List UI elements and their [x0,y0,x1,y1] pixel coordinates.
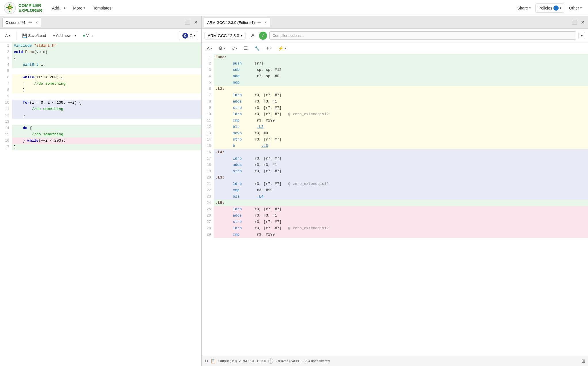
asm-line-content: cmp r3, #199 [214,232,588,238]
other-menu-button[interactable]: Other ▾ [566,4,585,12]
language-selector[interactable]: C C ▾ [179,31,198,40]
asm-line-number: 14 [202,136,214,143]
asm-line-content: .L2: [214,86,588,92]
asm-instruction: cmp [233,232,248,238]
asm-link[interactable]: .L2 [257,125,263,129]
asm-line: 28ldrb r3, [r7, #7] @ zero_extendqisi2 [202,225,588,232]
asm-line-number: 15 [202,143,214,149]
asm-line-content: adds r3, r3, #1 [214,162,588,168]
asm-extra-button[interactable]: ⚡ ▾ [276,44,289,52]
asm-view-button[interactable]: ☰ [241,44,250,52]
asm-filter-button[interactable]: ▽ ▾ [229,44,240,52]
asm-line-content: Func: [214,54,588,60]
asm-line: 25ldrb r3, [r7, #7] [202,206,588,213]
asm-line-content: .L3: [214,175,588,181]
asm-operands: r3, [r7, #7] [248,168,281,174]
asm-pane-maximize-button[interactable]: ⬜ [570,18,578,26]
compiler-options-input[interactable] [269,31,576,40]
asm-tab-label: ARM GCC 12.3.0 (Editor #1) [207,20,255,25]
asm-instruction: push [233,61,248,67]
font-size-button[interactable]: A ▾ [3,32,13,39]
asm-operands: r3, [r7, #7] [248,92,281,98]
line-number: 14 [0,125,12,131]
add-new-button[interactable]: + Add new... ▾ [51,32,78,39]
save-icon: 💾 [22,33,27,38]
asm-settings-button[interactable]: ⚙ ▾ [216,44,227,52]
asm-line: 6.L2: [202,86,588,92]
code-line: 3{ [0,55,201,62]
asm-operands: r3, [r7, #7] [248,111,281,117]
asm-line-number: 21 [202,181,214,187]
asm-line-number: 9 [202,105,214,111]
asm-line-number: 28 [202,225,214,232]
asm-instruction: adds [233,99,248,105]
more-menu-button[interactable]: More ▾ [70,4,88,12]
asm-operands: r3, [r7, #7] [248,137,281,143]
export-icon[interactable]: ⊞ [581,358,585,364]
nav-right-section: Share ▾ Policies i ▾ Other ▾ [514,3,585,13]
asm-instruction: bls [233,124,248,130]
pane-close-button[interactable]: ✕ [193,18,199,26]
asm-instruction: sub [233,67,248,73]
asm-line-number: 8 [202,98,214,105]
share-button[interactable]: Share ▾ [514,4,533,12]
main-area: C source #1 ✏ ✕ ⬜ ✕ A ▾ 💾 Save/Load + Ad… [0,16,588,366]
vim-button[interactable]: v Vim [81,32,95,39]
asm-line-content: ldrb r3, [r7, #7] [214,92,588,98]
view-icon: ☰ [244,45,248,51]
save-load-button[interactable]: 💾 Save/Load [20,32,48,39]
info-icon[interactable]: i [268,359,273,364]
asm-line-number: 13 [202,130,214,136]
asm-font-size-button[interactable]: A ▾ [205,45,214,52]
asm-tab[interactable]: ARM GCC 12.3.0 (Editor #1) ✏ ✕ [204,18,270,27]
line-number: 13 [0,119,12,125]
asm-line-content: ldrb r3, [r7, #7] @ zero_extendqisi2 [214,181,588,187]
assembly-output-pane: ARM GCC 12.3.0 (Editor #1) ✏ ✕ ⬜ ✕ ARM G… [202,16,588,366]
asm-instruction: strb [233,168,248,174]
policies-button[interactable]: Policies i ▾ [535,3,564,13]
asm-pane-close-button[interactable]: ✕ [580,18,586,26]
asm-link[interactable]: .L4 [257,194,263,199]
asm-instruction: ldrb [233,181,248,187]
asm-label: .L3: [215,175,224,181]
asm-operands: r3, [r7, #7] [248,206,281,212]
compiler-options-dropdown-button[interactable]: ▾ [578,32,585,39]
asm-instruction: ldrb [233,206,248,212]
open-compiler-external-button[interactable]: ↗ [248,31,257,40]
templates-menu-button[interactable]: Templates [90,4,114,12]
svg-rect-2 [6,7,8,8]
refresh-button[interactable]: ↻ [205,359,208,364]
asm-label: .L5: [215,200,224,206]
asm-link[interactable]: .L3 [261,144,268,148]
asm-line-number: 2 [202,60,214,67]
source-tab-edit-icon[interactable]: ✏ [27,19,33,26]
asm-tab-edit-icon[interactable]: ✏ [256,19,262,26]
asm-add-button[interactable]: + ▾ [264,45,274,52]
asm-line: 17ldrb r3, [r7, #7] [202,155,588,162]
line-content: { [12,55,201,62]
pane-maximize-button[interactable]: ⬜ [184,18,192,26]
asm-line-content: adds r3, r3, #1 [214,213,588,219]
asm-line-content: adds r3, r3, #1 [214,98,588,105]
line-content [12,93,201,100]
code-line: 9 [0,93,201,100]
asm-instruction: strb [233,219,248,225]
asm-tab-close-icon[interactable]: ✕ [264,21,267,24]
source-code-editor[interactable]: 1#include "stdint.h"2void Func(void)3{4 … [0,43,201,366]
add-menu-button[interactable]: Add... ▾ [49,4,68,12]
compiler-selector[interactable]: ARM GCC 12.3.0 ▾ [205,32,245,39]
asm-line: 14strb r3, [r7, #7] [202,136,588,143]
asm-line-content: movs r3, #0 [214,130,588,136]
code-line: 12 } [0,112,201,119]
asm-comment: @ zero_extendqisi2 [281,181,329,187]
line-content [12,119,201,125]
source-tab[interactable]: C source #1 ✏ ✕ [2,18,41,27]
source-tab-close-icon[interactable]: ✕ [35,21,38,24]
asm-wrench-button[interactable]: 🔧 [252,44,262,52]
line-number: 3 [0,55,12,62]
asm-line: 15b .L3 [202,143,588,149]
asm-line-number: 29 [202,232,214,238]
filter-icon: ▽ [231,45,235,51]
asm-label: .L4: [215,149,224,155]
line-number: 4 [0,62,12,68]
